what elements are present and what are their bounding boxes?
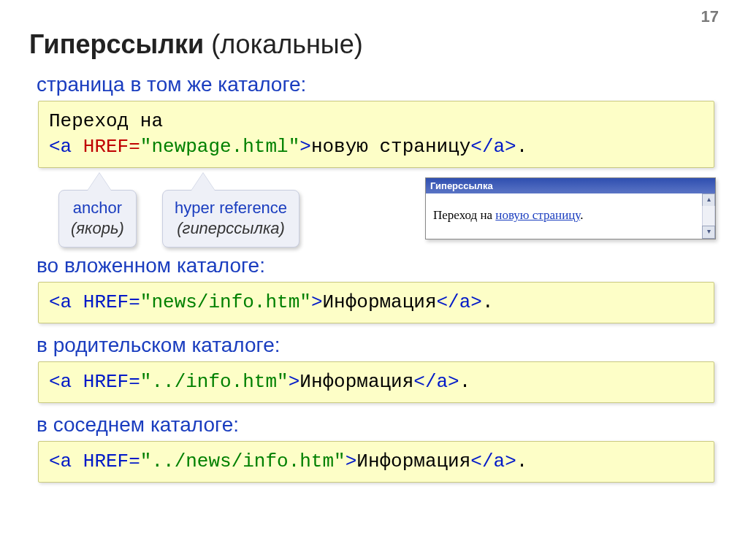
title-bold: Гиперссылки bbox=[29, 29, 204, 59]
section-parent-dir: в родительском каталоге: bbox=[37, 334, 719, 357]
code-tag-close: </a> bbox=[470, 136, 516, 158]
scroll-track[interactable] bbox=[702, 206, 715, 226]
code-example-1: Переход на <a HREF="newpage.html">новую … bbox=[38, 101, 714, 168]
browser-text-suffix: . bbox=[580, 208, 583, 222]
callout-href-term: hyper reference bbox=[175, 198, 287, 218]
browser-body: ▴ ▾ Переход на новую страницу. bbox=[426, 193, 715, 239]
code-tag-close: </a> bbox=[413, 371, 459, 393]
slide-title: Гиперссылки (локальные) bbox=[29, 29, 719, 60]
code-inner-text: Информация bbox=[356, 450, 470, 472]
code-gt: > bbox=[299, 136, 311, 158]
code-example-2: <a HREF="news/info.htm">Информация</a>. bbox=[38, 282, 714, 323]
callout-anchor-trans: (якорь) bbox=[71, 218, 124, 239]
code-example-3: <a HREF="../info.htm">Информация</a>. bbox=[38, 361, 714, 403]
page-number: 17 bbox=[701, 7, 719, 26]
title-rest: (локальные) bbox=[204, 29, 363, 59]
section-subdir: во вложенном каталоге: bbox=[37, 254, 719, 277]
code-tag: <a HREF= bbox=[49, 371, 140, 393]
browser-preview: Гиперссылка ▴ ▾ Переход на новую страниц… bbox=[425, 177, 716, 239]
code-tag: <a HREF= bbox=[49, 450, 140, 472]
code-value: "../news/info.htm" bbox=[140, 450, 346, 472]
browser-hyperlink[interactable]: новую страницу bbox=[495, 208, 580, 222]
code-tag: <a HREF= bbox=[49, 291, 140, 313]
code-attr: HREF= bbox=[83, 136, 140, 158]
browser-titlebar: Гиперссылка bbox=[426, 178, 715, 193]
section-sibling-dir: в соседнем каталоге: bbox=[37, 413, 719, 437]
code-value: "news/info.htm" bbox=[140, 291, 311, 313]
scroll-down-icon[interactable]: ▾ bbox=[702, 226, 715, 239]
code-inner-text: Информация bbox=[322, 291, 436, 313]
code-tag-close: </a> bbox=[437, 291, 482, 313]
code-tag-open: <a bbox=[49, 136, 83, 158]
callouts-row: anchor (якорь) hyper reference (гиперссы… bbox=[38, 168, 719, 248]
scroll-up-icon[interactable]: ▴ bbox=[702, 193, 715, 207]
code-inner-text: Информация bbox=[299, 371, 413, 393]
code-gt: > bbox=[311, 291, 323, 313]
slide-content: Гиперссылки (локальные) страница в том ж… bbox=[0, 0, 748, 483]
code-text: Переход на bbox=[49, 110, 163, 132]
code-tag-close: </a> bbox=[470, 450, 516, 472]
callout-anchor: anchor (якорь) bbox=[58, 190, 137, 248]
section-same-dir: страница в том же каталоге: bbox=[37, 73, 719, 96]
code-gt: > bbox=[346, 450, 357, 472]
code-value: "../info.htm" bbox=[140, 371, 289, 393]
code-dot: . bbox=[516, 136, 528, 158]
code-inner-text: новую страницу bbox=[311, 136, 470, 158]
code-value: "newpage.html" bbox=[140, 136, 299, 158]
code-dot: . bbox=[459, 371, 471, 393]
callout-anchor-term: anchor bbox=[71, 198, 124, 218]
code-dot: . bbox=[516, 450, 528, 472]
code-example-4: <a HREF="../news/info.htm">Информация</a… bbox=[38, 441, 714, 483]
callout-href-trans: (гиперссылка) bbox=[175, 218, 287, 239]
code-gt: > bbox=[289, 371, 300, 393]
callout-href: hyper reference (гиперссылка) bbox=[162, 190, 299, 248]
code-dot: . bbox=[482, 291, 494, 313]
browser-text-prefix: Переход на bbox=[433, 208, 495, 222]
